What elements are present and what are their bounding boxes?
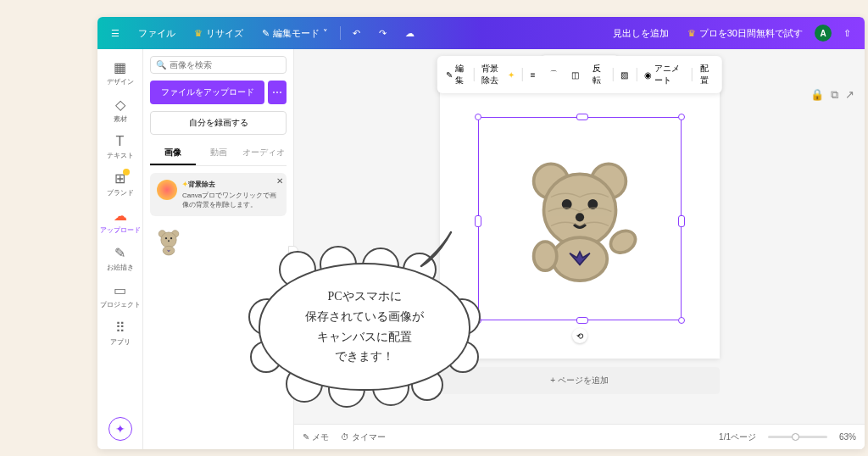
nav-text[interactable]: Tテキスト bbox=[100, 129, 141, 165]
bg-remove-icon bbox=[157, 180, 177, 200]
selected-image-frame[interactable]: ⟲ bbox=[478, 117, 682, 320]
resize-handle-bl[interactable] bbox=[475, 317, 481, 324]
crown-icon: ♛ bbox=[194, 28, 203, 39]
add-heading-button[interactable]: 見出しを追加 bbox=[606, 24, 676, 43]
rotate-handle[interactable]: ⟲ bbox=[572, 328, 587, 343]
svg-point-12 bbox=[606, 226, 638, 257]
pro-badge bbox=[123, 169, 130, 175]
main-area: ▦デザイン ◇素材 Tテキスト ⊞ブランド ☁アップロード ✎お絵描き ▭プロジ… bbox=[97, 49, 865, 449]
position-button[interactable]: 配置 bbox=[694, 59, 719, 90]
export-icon[interactable]: ↗ bbox=[845, 88, 854, 102]
record-self-button[interactable]: 自分を録画する bbox=[150, 111, 287, 135]
crown-icon: ♛ bbox=[687, 28, 696, 39]
svg-point-2 bbox=[161, 232, 176, 247]
share-icon[interactable]: ⇧ bbox=[837, 25, 858, 42]
resize-handle-tl[interactable] bbox=[475, 114, 481, 120]
canvas-area: ✎ 編集 背景除去 ✦ ≡ ⌒ ◫ 反転 ▨ ◉ アニメート 配置 🔒 ⧉ ↗ bbox=[294, 49, 865, 449]
notes-button[interactable]: ✎ メモ bbox=[303, 431, 329, 443]
timer-button[interactable]: ⏱ タイマー bbox=[341, 431, 386, 443]
svg-point-3 bbox=[165, 237, 167, 239]
bg-remove-button[interactable]: 背景除去 ✦ bbox=[476, 59, 520, 90]
user-avatar[interactable]: A bbox=[815, 25, 832, 42]
svg-point-9 bbox=[543, 174, 615, 246]
svg-point-5 bbox=[168, 240, 170, 242]
tab-audio[interactable]: オーディオ bbox=[241, 142, 287, 165]
media-tabs: 画像 動画 オーディオ bbox=[150, 142, 287, 166]
resize-handle-lm[interactable] bbox=[475, 215, 481, 227]
corner-icon[interactable]: ⌒ bbox=[543, 65, 564, 84]
upload-options-button[interactable]: ⋯ bbox=[268, 81, 287, 104]
resize-handle-bm[interactable] bbox=[576, 317, 588, 324]
zoom-thumb[interactable] bbox=[792, 433, 799, 441]
magic-button[interactable]: ✦ bbox=[108, 417, 132, 441]
resize-handle-tm[interactable] bbox=[576, 114, 588, 120]
search-input[interactable] bbox=[170, 60, 281, 70]
search-icon: 🔍 bbox=[156, 60, 166, 70]
upload-panel: 🔍 ファイルをアップロード ⋯ 自分を録画する 画像 動画 オーディオ ✕ ✦背… bbox=[143, 49, 294, 449]
crop-icon[interactable]: ◫ bbox=[565, 67, 585, 83]
svg-point-4 bbox=[170, 237, 172, 239]
edit-image-button[interactable]: ✎ 編集 bbox=[440, 59, 471, 90]
transparency-icon[interactable]: ▨ bbox=[615, 67, 634, 83]
context-toolbar: ✎ 編集 背景除去 ✦ ≡ ⌒ ◫ 反転 ▨ ◉ アニメート 配置 bbox=[437, 56, 722, 93]
resize-handle-rm[interactable] bbox=[678, 215, 685, 227]
tip-title: ✦背景除去 bbox=[182, 180, 280, 189]
text-icon: T bbox=[116, 134, 125, 149]
page-indicator[interactable]: 1/1ページ bbox=[719, 431, 756, 443]
placed-bear-image[interactable] bbox=[508, 147, 652, 291]
bottom-status-bar: ✎ メモ ⏱ タイマー 1/1ページ 63% bbox=[294, 424, 865, 449]
tab-image[interactable]: 画像 bbox=[150, 142, 196, 165]
duplicate-icon[interactable]: ⧉ bbox=[831, 88, 838, 102]
svg-point-15 bbox=[575, 213, 583, 221]
nav-apps[interactable]: ⠿アプリ bbox=[100, 314, 141, 352]
flip-button[interactable]: 反転 bbox=[587, 59, 611, 90]
hamburger-icon[interactable]: ☰ bbox=[104, 25, 126, 42]
try-pro-button[interactable]: ♛ プロを30日間無料で試す bbox=[681, 24, 810, 43]
svg-point-11 bbox=[533, 242, 556, 270]
search-input-wrap[interactable]: 🔍 bbox=[150, 56, 287, 74]
animate-button[interactable]: ◉ アニメート bbox=[638, 59, 690, 90]
resize-handle-br[interactable] bbox=[678, 317, 685, 324]
add-page-button[interactable]: + ページを追加 bbox=[440, 367, 720, 394]
nav-brand[interactable]: ⊞ブランド bbox=[100, 165, 141, 203]
nav-design[interactable]: ▦デザイン bbox=[100, 54, 141, 92]
nav-upload[interactable]: ☁アップロード bbox=[100, 203, 141, 240]
canvas-page-1[interactable]: ↻ 🔓 ⧉ 🗑 ⋯ bbox=[440, 79, 720, 359]
undo-button[interactable]: ↶ bbox=[346, 25, 367, 42]
nav-drawing[interactable]: ✎お絵描き bbox=[100, 240, 141, 277]
folder-icon: ▭ bbox=[114, 282, 126, 298]
page-action-icons: 🔒 ⧉ ↗ bbox=[810, 88, 854, 102]
canvas-scroll[interactable]: ↻ 🔓 ⧉ 🗑 ⋯ bbox=[294, 49, 865, 424]
upload-thumb-bear[interactable] bbox=[150, 223, 187, 260]
nav-projects[interactable]: ▭プロジェクト bbox=[100, 277, 141, 314]
top-menu-bar: ☰ ファイル ♛リサイズ ✎ 編集モード ˅ ↶ ↷ ☁ 見出しを追加 ♛ プロ… bbox=[97, 17, 865, 49]
apps-icon: ⠿ bbox=[115, 320, 125, 336]
close-icon[interactable]: ✕ bbox=[276, 176, 283, 186]
panel-collapse-handle[interactable]: ‹ bbox=[288, 246, 298, 280]
cloud-sync-icon[interactable]: ☁ bbox=[398, 25, 421, 42]
layout-icon: ▦ bbox=[114, 59, 126, 75]
pencil-icon: ✎ bbox=[114, 245, 125, 261]
bear-thumb-svg bbox=[153, 225, 185, 258]
zoom-value[interactable]: 63% bbox=[839, 432, 856, 442]
shapes-icon: ◇ bbox=[115, 97, 125, 113]
tip-body: Canvaプロでワンクリックで画像の背景を削除します。 bbox=[182, 191, 280, 209]
tab-video[interactable]: 動画 bbox=[196, 142, 242, 165]
bg-remove-tip: ✕ ✦背景除去 Canvaプロでワンクリックで画像の背景を削除します。 bbox=[150, 173, 287, 216]
app-window: ☰ ファイル ♛リサイズ ✎ 編集モード ˅ ↶ ↷ ☁ 見出しを追加 ♛ プロ… bbox=[97, 17, 865, 449]
resize-menu[interactable]: ♛リサイズ bbox=[187, 24, 250, 43]
cloud-upload-icon: ☁ bbox=[114, 208, 127, 224]
line-style-icon[interactable]: ≡ bbox=[525, 67, 542, 83]
resize-handle-tr[interactable] bbox=[678, 114, 685, 120]
lock-icon[interactable]: 🔒 bbox=[810, 88, 824, 102]
nav-elements[interactable]: ◇素材 bbox=[100, 92, 141, 129]
redo-button[interactable]: ↷ bbox=[372, 25, 393, 42]
left-nav-rail: ▦デザイン ◇素材 Tテキスト ⊞ブランド ☁アップロード ✎お絵描き ▭プロジ… bbox=[97, 49, 143, 449]
upload-file-button[interactable]: ファイルをアップロード bbox=[150, 81, 264, 104]
edit-mode-menu[interactable]: ✎ 編集モード ˅ bbox=[255, 24, 335, 43]
zoom-slider[interactable] bbox=[768, 436, 827, 438]
file-menu[interactable]: ファイル bbox=[131, 24, 182, 43]
upload-thumbs bbox=[150, 223, 287, 260]
